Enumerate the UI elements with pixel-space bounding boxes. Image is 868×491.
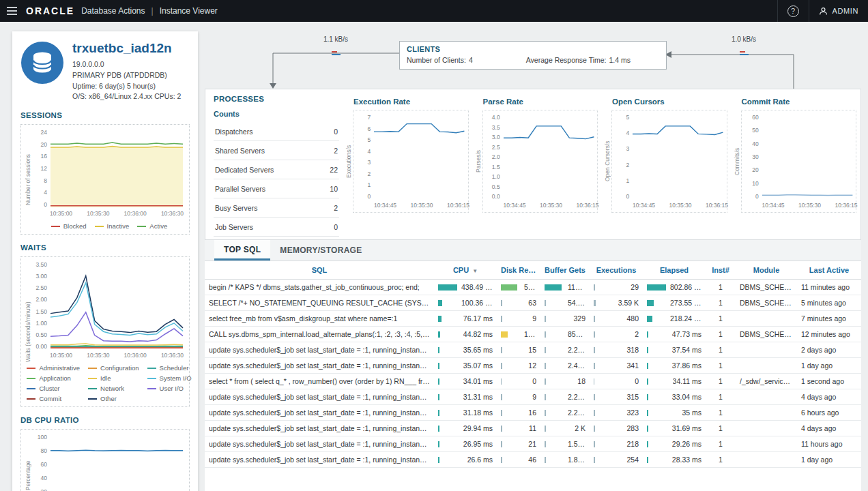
- column-label: Inst#: [712, 266, 729, 274]
- waits-chart: Waits (seconds/minute)3.503.002.502.001.…: [20, 256, 190, 407]
- clients-count: Number of Clients:4: [407, 56, 473, 64]
- y-tick: 0.0: [492, 193, 500, 200]
- count-label: Busy Servers: [215, 204, 257, 212]
- table-row[interactable]: update sys.scheduler$_job set last_start…: [205, 389, 861, 405]
- column-header-sql[interactable]: SQL: [205, 261, 434, 280]
- metric-value: 0: [532, 377, 536, 385]
- column-header-module[interactable]: Module: [736, 261, 797, 280]
- column-header-disk-reads[interactable]: Disk Reads: [497, 261, 540, 280]
- metric-value: 34.01 ms: [463, 377, 493, 385]
- cell-buffer-gets: 18: [540, 374, 590, 389]
- help-button[interactable]: ?: [777, 0, 809, 22]
- y-tick: 40: [752, 140, 758, 147]
- cell-inst: 1: [706, 436, 736, 452]
- y-axis-ticks: 6050403020100: [744, 114, 762, 200]
- cell-cpu: 44.82 ms: [434, 327, 497, 342]
- y-tick: 1.0: [492, 173, 500, 180]
- tab-top-sql[interactable]: TOP SQL: [214, 240, 270, 261]
- metric-bar-track: [438, 331, 459, 338]
- column-header-last-active[interactable]: Last Active: [797, 261, 861, 280]
- table-row[interactable]: update sys.scheduler$_job set last_start…: [205, 421, 861, 436]
- y-tick: 60: [41, 461, 47, 468]
- metric-bar: [501, 426, 502, 432]
- metric-value: 35.65 ms: [463, 346, 493, 354]
- table-row[interactable]: update sys.scheduler$_job set last_start…: [205, 436, 861, 452]
- column-header-executions[interactable]: Executions: [590, 261, 643, 280]
- cell-buffer-gets: 2.25 K: [540, 342, 590, 358]
- metric-bar: [438, 284, 457, 291]
- table-row[interactable]: update sys.scheduler$_job set last_start…: [205, 358, 861, 374]
- column-header-buffer-gets[interactable]: Buffer Gets: [540, 261, 590, 280]
- y-axis-ticks: 24201612840: [32, 129, 50, 208]
- x-axis-ticks: 10:35:0010:35:3010:36:0010:36:30: [50, 210, 184, 217]
- y-tick: 0: [626, 193, 629, 200]
- column-header-inst[interactable]: Inst#: [706, 261, 736, 280]
- metric-cell: 37.54 ms: [647, 346, 701, 354]
- tab-memory-storage[interactable]: MEMORY/STORAGE: [270, 240, 371, 261]
- metric-cell: 15: [501, 346, 536, 354]
- table-row[interactable]: begin /* KAPS */ dbms_stats.gather_st_jo…: [205, 280, 861, 295]
- metric-bar-track: [438, 347, 459, 353]
- table-row[interactable]: SELECT /*+ NO_STATEMENT_QUEUING RESULT_C…: [205, 295, 861, 311]
- cell-sql: CALL sys.dbms_spm_internal.load_alternat…: [205, 327, 434, 342]
- chart-canvas: [503, 114, 594, 200]
- cell-disk-reads: 16: [497, 405, 540, 421]
- table-row[interactable]: select free_mb from v$asm_diskgroup_stat…: [205, 311, 861, 327]
- help-icon: ?: [787, 5, 799, 17]
- metric-cell: 18: [545, 377, 585, 385]
- column-label: CPU: [453, 266, 469, 274]
- metric-bar: [438, 347, 439, 353]
- metric-bar-track: [594, 363, 614, 369]
- legend-swatch: [95, 226, 104, 227]
- legend-swatch: [88, 368, 97, 369]
- metric-value: 34.11 ms: [673, 377, 701, 385]
- column-header-cpu[interactable]: CPU▼: [434, 261, 497, 280]
- metric-cell: 2: [594, 330, 639, 338]
- user-menu-button[interactable]: ADMIN: [809, 0, 868, 22]
- metric-bar-track: [594, 378, 614, 385]
- count-row: Busy Servers2: [214, 198, 339, 218]
- legend-item: Idle: [88, 374, 139, 382]
- cell-disk-reads: 9: [497, 311, 540, 327]
- metric-value: 329: [573, 314, 585, 323]
- clients-count-label: Number of Clients:: [407, 56, 466, 64]
- instance-pdb: PRIMARY PDB (ATPDDRDB): [72, 70, 181, 81]
- cell-elapsed: 37.54 ms: [643, 342, 706, 358]
- metric-bar-track: [545, 300, 565, 306]
- x-axis-ticks: 10:34:4510:35:3010:36:15: [504, 202, 599, 209]
- clients-response-time: Average Response Time:1.4 ms: [526, 56, 631, 64]
- count-label: Parallel Servers: [215, 185, 265, 193]
- table-row[interactable]: update sys.scheduler$_job set last_start…: [205, 342, 861, 358]
- sql-table-container: SQLCPU▼Disk ReadsBuffer GetsExecutionsEl…: [205, 261, 861, 491]
- metric-bar-track: [594, 394, 614, 400]
- metric-value: 341: [626, 361, 639, 370]
- table-row[interactable]: CALL sys.dbms_spm_internal.load_alternat…: [205, 327, 861, 342]
- y-tick: 100: [38, 434, 47, 441]
- table-row[interactable]: update sys.scheduler$_job set last_start…: [205, 452, 861, 468]
- menu-icon[interactable]: [0, 0, 23, 22]
- legend-label: Blocked: [63, 222, 87, 230]
- open-cursors-chart: Open CursorsOpen Cursors/s54321010:34:45…: [603, 98, 727, 213]
- metric-bar: [501, 410, 502, 416]
- metric-value: 37.54 ms: [672, 346, 701, 354]
- parse-rate-chart: Parse RateParses/s4.03.53.02.52.01.51.00…: [474, 98, 598, 213]
- cell-executions: 323: [590, 405, 643, 421]
- metric-bar-track: [501, 378, 521, 385]
- metric-bar: [501, 300, 502, 306]
- waits-section-title: WAITS: [20, 243, 190, 252]
- metric-value: 113.46 M: [568, 283, 585, 291]
- cell-module: [736, 342, 797, 358]
- metric-value: 29: [631, 283, 639, 291]
- cell-cpu: 100.36 ms: [434, 295, 497, 311]
- metric-value: 15: [528, 346, 536, 354]
- column-header-elapsed[interactable]: Elapsed: [643, 261, 706, 280]
- count-row: Parallel Servers10: [214, 179, 339, 198]
- metric-value: 63: [528, 299, 536, 307]
- metric-cell: 329: [545, 314, 585, 323]
- table-row[interactable]: select * from ( select q_* , row_number(…: [205, 374, 861, 389]
- y-axis-label: Open Cursors/s: [603, 110, 611, 213]
- cell-buffer-gets: 1.89 K: [540, 452, 590, 468]
- metric-bar-track: [501, 347, 521, 353]
- metric-bar-track: [501, 426, 521, 432]
- table-row[interactable]: update sys.scheduler$_job set last_start…: [205, 405, 861, 421]
